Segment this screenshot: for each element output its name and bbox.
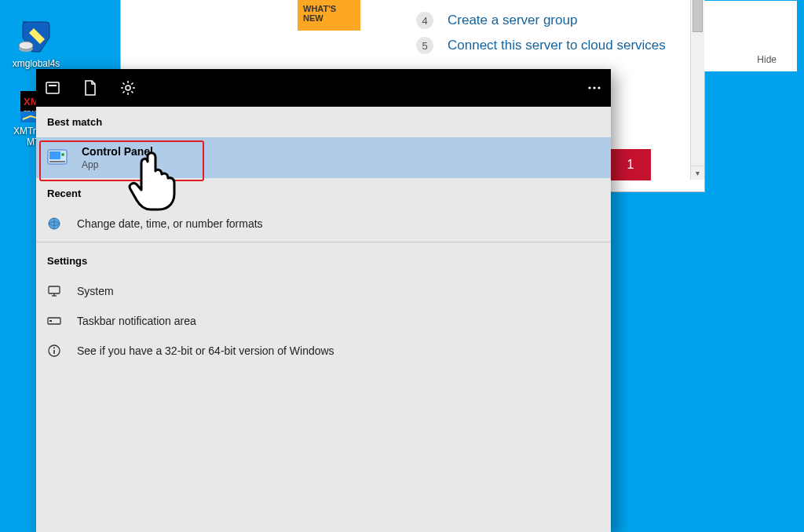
result-change-date-formats[interactable]: Change date, time, or number formats (36, 209, 611, 239)
svg-point-18 (593, 86, 595, 89)
svg-point-1 (19, 42, 33, 49)
svg-point-8 (126, 86, 130, 90)
scrollbar-down-icon[interactable]: ▾ (691, 166, 704, 180)
result-label: See if you have a 32-bit or 64-bit versi… (77, 344, 334, 357)
start-search-header (36, 69, 611, 107)
result-system[interactable]: System (36, 276, 611, 306)
svg-point-19 (598, 86, 600, 89)
result-label: Taskbar notification area (77, 315, 196, 327)
svg-line-14 (131, 91, 133, 93)
result-subtitle: App (82, 159, 153, 170)
whats-new-label: WHAT'S NEW (303, 4, 336, 23)
quick-start-item-5[interactable]: 5 Connect this server to cloud services (416, 37, 783, 54)
quick-start-link[interactable]: Connect this server to cloud services (448, 38, 666, 53)
globe-clock-icon (47, 217, 61, 231)
quick-start-link[interactable]: Create a server group (448, 13, 577, 28)
svg-rect-6 (46, 82, 59, 93)
scrollbar-vertical[interactable]: ▾ (690, 0, 704, 180)
tile-badge-text: 1 (627, 158, 634, 172)
control-panel-icon (47, 148, 68, 168)
best-match-label: Best match (36, 107, 611, 137)
svg-rect-29 (49, 320, 52, 322)
step-number: 4 (416, 12, 433, 29)
svg-line-15 (123, 91, 125, 93)
tile-badge-red[interactable]: 1 (610, 149, 651, 180)
svg-rect-25 (49, 286, 60, 293)
svg-point-17 (588, 86, 590, 89)
apps-filter-icon[interactable] (44, 79, 61, 97)
more-icon[interactable] (586, 79, 603, 97)
taskbar-icon (47, 314, 61, 328)
settings-filter-icon[interactable] (119, 79, 137, 97)
result-taskbar-notification[interactable]: Taskbar notification area (36, 306, 611, 336)
step-number: 5 (416, 37, 433, 54)
svg-rect-23 (49, 161, 65, 162)
documents-filter-icon[interactable] (82, 79, 99, 97)
svg-rect-21 (49, 151, 60, 159)
result-title: Control Panel (82, 145, 153, 158)
info-icon (47, 344, 61, 358)
svg-point-22 (61, 153, 64, 156)
recent-label: Recent (36, 178, 611, 209)
desktop-icon-xmglobal4s[interactable]: xmglobal4s (5, 20, 68, 69)
result-label: Change date, time, or number formats (77, 217, 263, 230)
svg-line-16 (131, 83, 133, 85)
desktop-icon-label: xmglobal4s (13, 58, 60, 69)
result-32-64-bit[interactable]: See if you have a 32-bit or 64-bit versi… (36, 336, 611, 366)
scrollbar-thumb[interactable] (693, 0, 703, 32)
svg-line-13 (123, 83, 125, 85)
start-search-panel: Best match Control Panel App Recent Chan… (36, 69, 611, 532)
result-label: System (77, 285, 114, 297)
quick-start-item-4[interactable]: 4 Create a server group (416, 12, 783, 29)
svg-rect-7 (49, 85, 57, 86)
hide-link[interactable]: Hide (757, 54, 777, 65)
quick-start-list: 4 Create a server group 5 Connect this s… (361, 1, 797, 71)
settings-label: Settings (36, 246, 611, 276)
svg-point-32 (53, 347, 55, 348)
whats-new-banner: WHAT'S NEW (298, 1, 360, 31)
result-control-panel[interactable]: Control Panel App (36, 137, 611, 178)
monitor-icon (47, 284, 61, 298)
